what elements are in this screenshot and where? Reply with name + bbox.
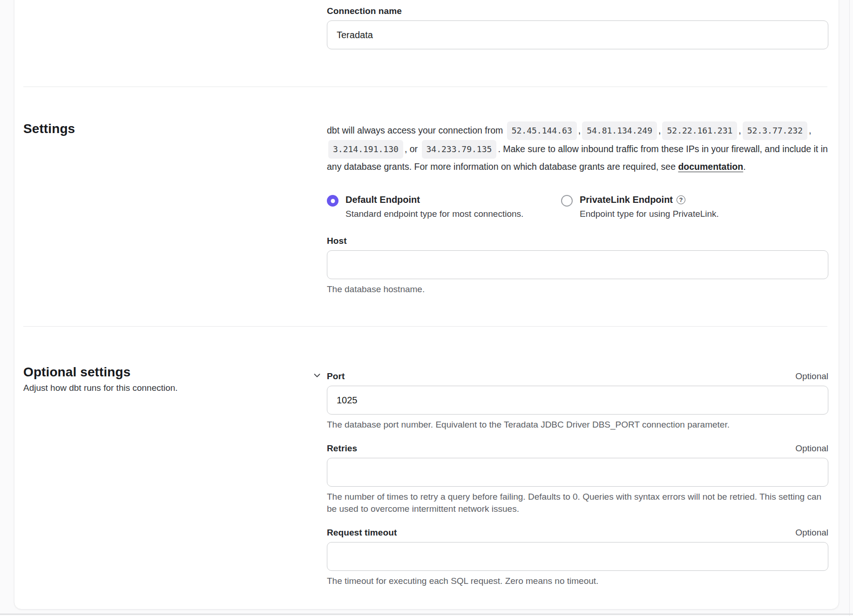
documentation-link[interactable]: documentation — [678, 161, 743, 172]
radio-privatelink-endpoint[interactable] — [561, 195, 573, 207]
chevron-down-icon — [312, 370, 322, 381]
endpoint-option-description: Standard endpoint type for most connecti… — [345, 209, 523, 219]
ip-address-badge: 52.45.144.63 — [507, 121, 577, 140]
host-label: Host — [327, 236, 828, 246]
ip-address-badge: 54.81.134.249 — [582, 121, 657, 140]
optional-settings-section: Optional settings Adjust how dbt runs fo… — [23, 327, 827, 600]
host-helper-text: The database hostname. — [327, 283, 828, 295]
port-label: Port — [327, 371, 345, 382]
endpoint-option-label: PrivateLink Endpoint — [580, 194, 673, 205]
settings-section-title: Settings — [23, 121, 327, 136]
ip-address-badge: 34.233.79.135 — [422, 140, 497, 159]
endpoint-option-privatelink[interactable]: PrivateLink Endpoint? Endpoint type for … — [561, 194, 719, 219]
endpoint-option-description: Endpoint type for using PrivateLink. — [580, 209, 719, 219]
request-timeout-helper-text: The timeout for executing each SQL reque… — [327, 575, 828, 587]
port-helper-text: The database port number. Equivalent to … — [327, 419, 828, 431]
host-field-block: Host The database hostname. — [327, 236, 828, 295]
connection-settings-card: Connection name Settings dbt will always… — [14, 0, 839, 609]
retries-input[interactable] — [327, 458, 828, 487]
connection-name-label: Connection name — [327, 6, 828, 16]
retries-helper-text: The number of times to retry a query bef… — [327, 491, 828, 515]
window-bottom-edge — [0, 614, 853, 615]
help-icon[interactable]: ? — [677, 195, 685, 204]
window-right-edge — [849, 0, 850, 616]
radio-default-endpoint[interactable] — [327, 195, 338, 207]
optional-badge: Optional — [795, 528, 828, 538]
ip-address-badge: 3.214.191.130 — [328, 140, 403, 159]
connection-settings-content: Connection name Settings dbt will always… — [14, 0, 839, 609]
connection-name-input[interactable] — [327, 20, 828, 49]
host-input[interactable] — [327, 250, 828, 279]
request-timeout-field-block: Request timeout Optional The timeout for… — [327, 528, 828, 587]
request-timeout-label: Request timeout — [327, 528, 397, 538]
endpoint-option-label: Default Endpoint — [345, 194, 420, 205]
settings-section: Settings dbt will always access your con… — [23, 87, 827, 295]
endpoint-option-default[interactable]: Default Endpoint? Standard endpoint type… — [327, 194, 561, 219]
ip-notice: dbt will always access your connection f… — [327, 121, 828, 175]
port-field-block: Port Optional The database port number. … — [327, 371, 828, 431]
ip-address-badge: 52.22.161.231 — [662, 121, 737, 140]
optional-badge: Optional — [795, 371, 828, 382]
request-timeout-input[interactable] — [327, 542, 828, 571]
endpoint-radio-group: Default Endpoint? Standard endpoint type… — [327, 194, 828, 219]
optional-badge: Optional — [795, 443, 828, 454]
retries-label: Retries — [327, 443, 357, 454]
connection-name-block: Connection name — [327, 0, 828, 49]
port-input[interactable] — [327, 386, 828, 415]
retries-field-block: Retries Optional The number of times to … — [327, 443, 828, 515]
optional-settings-title: Optional settings — [23, 365, 327, 380]
collapse-section-button[interactable] — [311, 369, 323, 382]
ip-address-badge: 52.3.77.232 — [743, 121, 807, 140]
optional-settings-subtitle: Adjust how dbt runs for this connection. — [23, 383, 327, 393]
